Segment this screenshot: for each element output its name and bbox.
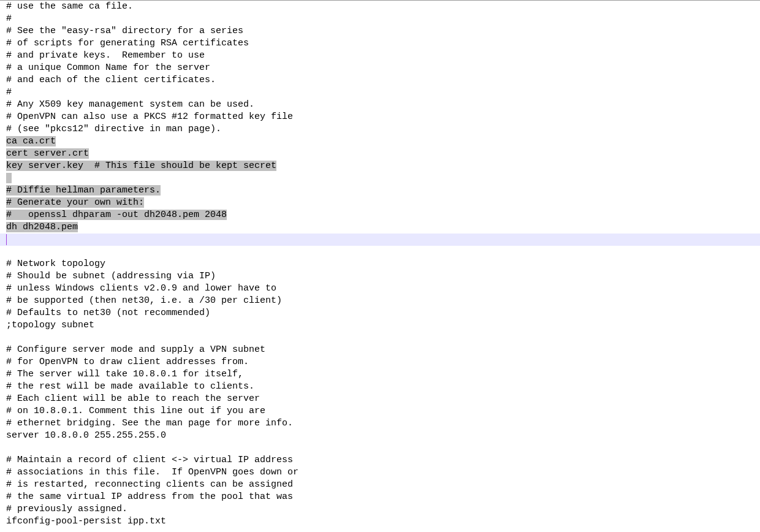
code-line[interactable]: # — [0, 86, 760, 99]
code-line[interactable]: server 10.8.0.0 255.255.255.0 — [0, 430, 760, 442]
selected-text[interactable]: # Generate your own with: — [6, 197, 144, 208]
line-text[interactable]: # previously assigned. — [6, 504, 127, 514]
line-text[interactable]: # and each of the client certificates. — [6, 75, 216, 85]
selected-text[interactable]: dh dh2048.pem — [6, 222, 78, 232]
line-text[interactable]: # associations in this file. If OpenVPN … — [6, 467, 298, 477]
selected-text[interactable]: # Diffie hellman parameters. — [6, 185, 161, 196]
code-line[interactable]: # Configure server mode and supply a VPN… — [0, 344, 760, 356]
line-text[interactable]: # of scripts for generating RSA certific… — [6, 38, 249, 48]
text-editor[interactable]: # use the same ca file.## See the "easy-… — [0, 1, 760, 532]
code-line[interactable]: ifconfig-pool-persist ipp.txt — [0, 515, 760, 528]
line-text[interactable]: server 10.8.0.0 255.255.255.0 — [6, 430, 166, 441]
line-text[interactable]: # and private keys. Remember to use — [6, 50, 205, 61]
line-text[interactable]: # on 10.8.0.1. Comment this line out if … — [6, 406, 265, 416]
line-text[interactable]: # be supported (then net30, i.e. a /30 p… — [6, 295, 282, 306]
code-line[interactable]: cert server.crt — [0, 148, 760, 160]
code-line[interactable]: # previously assigned. — [0, 503, 760, 515]
code-line[interactable] — [0, 246, 760, 258]
line-text[interactable]: # Maintain a record of client <-> virtua… — [6, 455, 293, 465]
code-line[interactable]: dh dh2048.pem — [0, 221, 760, 234]
line-text[interactable]: # for OpenVPN to draw client addresses f… — [6, 357, 249, 367]
code-line[interactable]: # See the "easy-rsa" directory for a ser… — [0, 25, 760, 37]
code-line[interactable] — [0, 528, 760, 532]
line-text[interactable]: # ethernet bridging. See the man page fo… — [6, 418, 293, 428]
code-line[interactable] — [0, 332, 760, 344]
code-line[interactable]: # Network topology — [0, 258, 760, 270]
selected-text[interactable]: cert server.crt — [6, 148, 89, 159]
line-text[interactable]: # The server will take 10.8.0.1 for itse… — [6, 369, 243, 379]
selected-text[interactable] — [6, 173, 12, 183]
code-line[interactable]: # the same virtual IP address from the p… — [0, 491, 760, 503]
line-text[interactable]: # Should be subnet (addressing via IP) — [6, 271, 216, 281]
code-line[interactable]: # ethernet bridging. See the man page fo… — [0, 417, 760, 430]
code-line[interactable]: # The server will take 10.8.0.1 for itse… — [0, 368, 760, 381]
code-line[interactable]: # Any X509 key management system can be … — [0, 99, 760, 111]
selected-text[interactable]: ca ca.crt — [6, 136, 56, 146]
code-line[interactable]: key server.key # This file should be kep… — [0, 160, 760, 172]
line-text[interactable]: # Any X509 key management system can be … — [6, 99, 254, 110]
code-line[interactable]: # — [0, 13, 760, 25]
line-text[interactable]: ;topology subnet — [6, 320, 94, 330]
code-line[interactable]: # and each of the client certificates. — [0, 74, 760, 86]
line-text[interactable]: # (see "pkcs12" directive in man page). — [6, 124, 221, 134]
line-text[interactable]: # Configure server mode and supply a VPN… — [6, 344, 265, 355]
code-line[interactable]: # (see "pkcs12" directive in man page). — [0, 123, 760, 135]
code-line[interactable]: # Generate your own with: — [0, 197, 760, 209]
code-line[interactable]: # be supported (then net30, i.e. a /30 p… — [0, 295, 760, 307]
code-line[interactable]: # use the same ca file. — [0, 1, 760, 13]
code-line[interactable]: # is restarted, reconnecting clients can… — [0, 479, 760, 491]
line-text[interactable]: ifconfig-pool-persist ipp.txt — [6, 516, 166, 526]
code-line[interactable]: # Maintain a record of client <-> virtua… — [0, 454, 760, 466]
line-text[interactable]: # the same virtual IP address from the p… — [6, 492, 293, 502]
line-text[interactable]: # OpenVPN can also use a PKCS #12 format… — [6, 112, 293, 122]
line-text[interactable]: # Defaults to net30 (not recommended) — [6, 308, 210, 318]
code-line[interactable] — [0, 172, 760, 184]
line-text[interactable]: # — [6, 87, 12, 97]
code-line[interactable]: # Should be subnet (addressing via IP) — [0, 270, 760, 283]
code-line[interactable]: # a unique Common Name for the server — [0, 62, 760, 74]
code-line[interactable]: ;topology subnet — [0, 319, 760, 332]
code-line[interactable]: ca ca.crt — [0, 135, 760, 148]
line-text[interactable]: # is restarted, reconnecting clients can… — [6, 479, 293, 490]
code-line[interactable]: # associations in this file. If OpenVPN … — [0, 466, 760, 479]
code-line[interactable]: # for OpenVPN to draw client addresses f… — [0, 356, 760, 368]
line-text[interactable]: # See the "easy-rsa" directory for a ser… — [6, 26, 243, 36]
line-text[interactable]: # use the same ca file. — [6, 1, 133, 12]
code-line[interactable]: # Diffie hellman parameters. — [0, 184, 760, 197]
line-text[interactable]: # — [6, 13, 12, 24]
code-line[interactable]: # OpenVPN can also use a PKCS #12 format… — [0, 111, 760, 123]
code-line[interactable]: # Each client will be able to reach the … — [0, 393, 760, 405]
code-line[interactable]: # and private keys. Remember to use — [0, 50, 760, 62]
code-line[interactable]: # the rest will be made available to cli… — [0, 381, 760, 393]
line-text[interactable]: # unless Windows clients v2.0.9 and lowe… — [6, 283, 276, 294]
code-line[interactable]: # unless Windows clients v2.0.9 and lowe… — [0, 283, 760, 295]
line-text[interactable]: # the rest will be made available to cli… — [6, 381, 254, 392]
code-line[interactable]: # Defaults to net30 (not recommended) — [0, 307, 760, 319]
code-line[interactable] — [0, 442, 760, 454]
code-line[interactable]: # openssl dhparam -out dh2048.pem 2048 — [0, 209, 760, 221]
code-line[interactable]: # on 10.8.0.1. Comment this line out if … — [0, 405, 760, 417]
line-text[interactable]: # a unique Common Name for the server — [6, 63, 210, 73]
selected-text[interactable]: # openssl dhparam -out dh2048.pem 2048 — [6, 210, 227, 220]
code-line[interactable] — [0, 234, 760, 246]
line-text[interactable]: # Each client will be able to reach the … — [6, 393, 260, 404]
line-text[interactable]: # Network topology — [6, 259, 105, 269]
code-line[interactable]: # of scripts for generating RSA certific… — [0, 37, 760, 50]
selected-text[interactable]: key server.key # This file should be kep… — [6, 161, 276, 171]
